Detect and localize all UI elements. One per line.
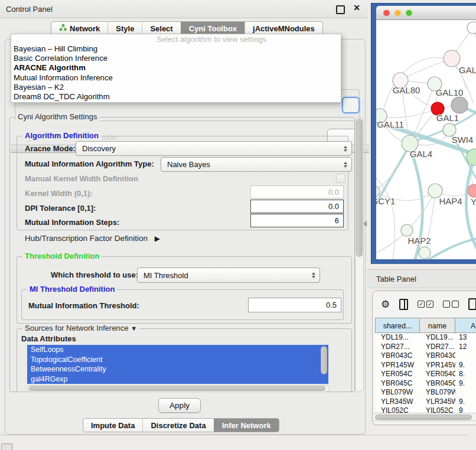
table-row[interactable]: YBL079WYBL079W <box>375 388 476 397</box>
tab-impute-data[interactable]: Impute Data <box>83 419 142 432</box>
attribute-item[interactable]: TopologicalCoefficient <box>27 355 328 365</box>
tab-select[interactable]: Select <box>142 22 180 35</box>
table-cell: 9. <box>455 379 476 389</box>
column-header-1[interactable]: shared... <box>375 318 420 333</box>
checked-box-icon: ✓ <box>418 301 425 308</box>
kernel-width-field[interactable]: 0.0 <box>250 185 344 198</box>
float-icon[interactable] <box>336 5 345 14</box>
network-edge[interactable] <box>380 109 438 118</box>
algorithm-option[interactable]: Bayesian – K2 <box>11 83 341 92</box>
attr-list-scrollbar-thumb[interactable] <box>321 346 327 374</box>
table-row[interactable]: YBR043CYBR043C <box>375 351 476 361</box>
document-icon[interactable] <box>468 298 476 310</box>
algorithm-option[interactable]: ARACNE Algorithm <box>11 63 341 73</box>
mac-minimize-button[interactable] <box>395 9 401 16</box>
column-header-3[interactable]: A <box>455 318 476 333</box>
table-cell: YDL19... <box>375 333 420 343</box>
mac-zoom-button[interactable] <box>406 9 412 16</box>
table-cell: YER054C <box>375 370 420 379</box>
network-node[interactable] <box>419 247 431 259</box>
collapse-down-icon[interactable]: ▼ <box>131 325 137 332</box>
network-window-titlebar[interactable] <box>376 6 476 20</box>
tab-label: Cyni Toolbox <box>189 24 237 33</box>
network-node-y[interactable] <box>468 184 476 197</box>
tab-network[interactable]: Network <box>51 22 107 35</box>
table-row[interactable]: YER054CYER054C8. <box>375 370 476 379</box>
node-label-gal80: GAL80 <box>393 85 420 95</box>
aracne-mode-combobox[interactable]: Discovery <box>76 141 352 156</box>
hub-definition-toggle[interactable]: Hub/Transcription Factor Definition ▶ <box>25 234 160 243</box>
table-cell: 8. <box>455 370 476 379</box>
network-view-window: GALGAL80GAL10GAL1GAL11SWI4GAL4GCY1HAP4YH… <box>371 3 476 264</box>
algorithm-option[interactable]: Basic Correlation Inference <box>11 54 341 63</box>
mini-panel-icon[interactable] <box>1 444 12 450</box>
table-cell: 12 <box>455 343 476 352</box>
table-hscrollbar[interactable] <box>373 413 476 421</box>
network-node[interactable] <box>467 22 476 34</box>
kernel-width-label: Kernel Width (0,1): <box>25 189 93 198</box>
dpi-tolerance-field[interactable]: 0.0 <box>250 200 344 213</box>
checked-pair-icon[interactable]: ✓ ✓ <box>418 301 433 308</box>
mi-type-combobox[interactable]: Naive Bayes <box>161 157 352 172</box>
attribute-item[interactable]: gal4RGexp <box>27 374 328 384</box>
columns-icon[interactable] <box>399 299 408 310</box>
table-hscrollbar-thumb[interactable] <box>375 415 472 420</box>
algorithm-option[interactable]: Mutual Information Inference <box>11 73 341 83</box>
network-edge[interactable] <box>473 28 476 70</box>
mi-steps-field[interactable]: 6 <box>250 214 344 227</box>
mac-close-button[interactable] <box>383 9 390 16</box>
close-icon[interactable]: ✕ <box>353 3 360 12</box>
network-canvas[interactable]: GALGAL80GAL10GAL1GAL11SWI4GAL4GCY1HAP4YH… <box>376 20 476 259</box>
table-row[interactable]: YDL19...YDL19...13 <box>375 333 476 343</box>
attribute-item[interactable]: SelfLoops <box>27 345 328 355</box>
table-row[interactable]: YBR045CYBR045C9. <box>375 379 476 389</box>
settings-scrollbar[interactable] <box>355 117 364 392</box>
algorithm-placeholder: Select algorithm to view settings <box>11 34 341 44</box>
tab-label: Select <box>150 24 172 33</box>
tab-jactivemnodules[interactable]: jActiveMNodules <box>244 22 322 35</box>
tab-cyni-toolbox[interactable]: Cyni Toolbox <box>181 22 244 35</box>
table-cell: YDR27... <box>375 343 420 352</box>
panel-title: Control Panel <box>6 5 53 14</box>
manual-kernel-checkbox[interactable] <box>336 174 345 183</box>
data-attributes-list[interactable]: SelfLoopsTopologicalCoefficientBetweenne… <box>27 345 328 384</box>
network-node-hap2[interactable] <box>401 224 413 236</box>
unchecked-pair-icon[interactable] <box>443 301 459 308</box>
node-label-gal: GAL <box>459 65 476 75</box>
table-cell: YBL079W <box>420 388 455 397</box>
gear-icon[interactable]: ⚙ <box>381 299 390 309</box>
column-header-2[interactable]: name <box>420 318 455 333</box>
table-cell: YDL19... <box>420 333 455 343</box>
control-panel-titlebar: Control Panel ✕ <box>0 0 367 18</box>
apply-button[interactable]: Apply <box>158 398 201 413</box>
table-row[interactable]: YLR345WYLR345W9. <box>375 397 476 407</box>
tab-label: Discretize Data <box>151 421 206 430</box>
network-edge[interactable] <box>426 237 476 259</box>
tab-discretize-data[interactable]: Discretize Data <box>142 419 213 432</box>
sources-title-text: Sources for Network Inference <box>25 324 129 332</box>
network-node-gal[interactable] <box>444 50 460 67</box>
tab-infer-network[interactable]: Infer Network <box>214 419 279 432</box>
sources-group-title[interactable]: Sources for Network Inference ▼ <box>22 324 139 332</box>
attr-list-hscrollbar[interactable] <box>27 385 330 392</box>
splitter-collapse-arrow[interactable] <box>363 221 367 227</box>
table-panel-titlebar: Table Panel <box>367 269 476 288</box>
algorithm-dropdown-popup: Select algorithm to view settings Bayesi… <box>11 34 341 103</box>
algorithm-option[interactable]: Bayesian – Hill Climbing <box>11 44 341 54</box>
settings-scrollbar-thumb[interactable] <box>356 119 363 257</box>
algorithm-option[interactable]: Dream8 DC_TDC Algorithm <box>11 92 341 102</box>
tab-style[interactable]: Style <box>107 22 142 35</box>
expand-right-icon[interactable]: ▶ <box>155 234 160 243</box>
focused-spinner-button[interactable] <box>342 97 360 113</box>
table-row[interactable]: YDR27...YDR27...12 <box>375 343 476 352</box>
aracne-mode-label: Aracne Mode: <box>25 144 76 153</box>
table-row[interactable]: YPR145WYPR145W9. <box>375 361 476 370</box>
attribute-item[interactable]: BetweennessCentrality <box>27 364 328 374</box>
manual-kernel-label: Manual Kernel Width Definition <box>25 174 138 183</box>
mi-threshold-field[interactable]: 0.5 <box>248 298 341 312</box>
tab-label: Style <box>116 24 134 33</box>
network-node[interactable] <box>451 97 468 113</box>
which-threshold-combobox[interactable]: MI Threshold <box>137 268 320 283</box>
attr-list-hscrollbar-thumb[interactable] <box>29 386 325 391</box>
tab-label: jActiveMNodules <box>253 24 315 33</box>
